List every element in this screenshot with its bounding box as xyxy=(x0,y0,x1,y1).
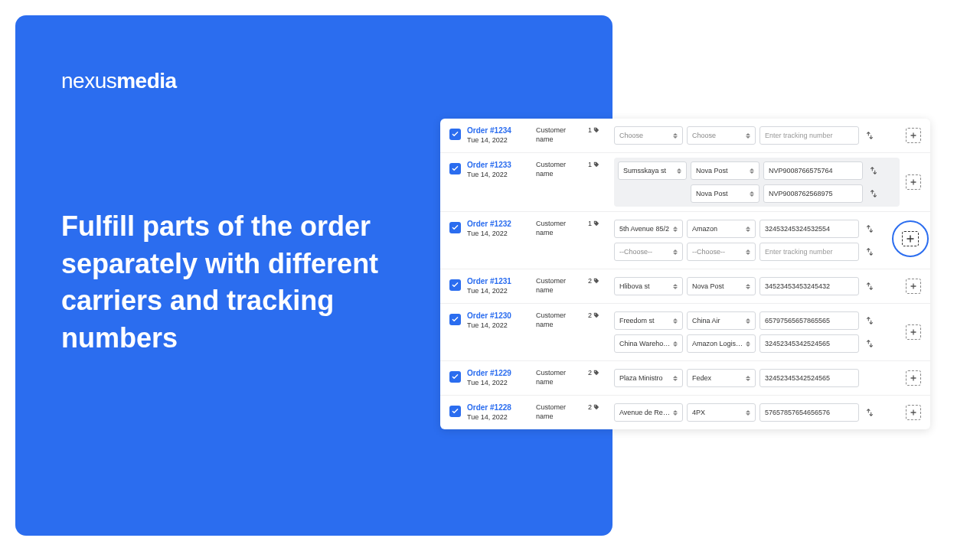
swap-icon[interactable] xyxy=(863,403,877,422)
quantity-badge: 2 xyxy=(588,403,608,411)
shipment-line: Choose Choose Enter tracking number xyxy=(614,126,900,145)
shipments-container: 5th Avenue 85/2 Amazon 32453245324532554… xyxy=(614,220,900,261)
add-shipment-callout xyxy=(892,220,929,257)
address-select[interactable]: Sumsskaya st xyxy=(618,161,687,180)
order-column: Order #1229 Tue 14, 2022 xyxy=(467,369,530,386)
row-checkbox[interactable] xyxy=(449,406,461,417)
tracking-input[interactable]: 32452345342524565 xyxy=(760,369,859,387)
swap-icon[interactable] xyxy=(863,277,877,295)
carrier-select[interactable]: China Air xyxy=(687,311,756,330)
order-date: Tue 14, 2022 xyxy=(467,321,530,329)
tracking-input[interactable]: 34523453453245432 xyxy=(760,277,859,295)
table-row: Order #1234 Tue 14, 2022 Customername 1 … xyxy=(440,119,930,153)
carrier-select[interactable]: Nova Post xyxy=(691,161,760,180)
order-date: Tue 14, 2022 xyxy=(467,287,530,295)
add-shipment-button[interactable] xyxy=(906,405,921,420)
swap-icon[interactable] xyxy=(863,243,877,261)
svg-point-4 xyxy=(595,314,596,315)
swap-icon[interactable] xyxy=(863,311,877,330)
address-select[interactable]: Hlibova st xyxy=(614,277,683,295)
order-id-link[interactable]: Order #1231 xyxy=(467,277,530,285)
shipment-line: Nova Post NVP9008762568975 xyxy=(618,184,896,203)
table-row: Order #1228 Tue 14, 2022 Customername 2 … xyxy=(440,396,930,429)
order-date: Tue 14, 2022 xyxy=(467,171,530,178)
add-shipment-button[interactable] xyxy=(906,370,921,386)
address-select[interactable]: China Warehouse xyxy=(614,334,683,353)
row-checkbox[interactable] xyxy=(449,371,461,383)
address-select[interactable]: Avenue de Rena.. xyxy=(614,403,683,422)
shipments-container: Freedom st China Air 65797565657865565 C… xyxy=(614,311,900,353)
svg-point-2 xyxy=(595,222,596,223)
tracking-input[interactable]: 57657857654656576 xyxy=(760,403,859,422)
shipments-container: Choose Choose Enter tracking number xyxy=(614,126,900,145)
carrier-select[interactable]: Amazon xyxy=(687,220,756,238)
tracking-input[interactable]: 65797565657865565 xyxy=(760,311,859,330)
row-checkbox[interactable] xyxy=(449,129,461,140)
order-date: Tue 14, 2022 xyxy=(467,379,530,386)
shipments-container: Sumsskaya st Nova Post NVP9008766575764 … xyxy=(614,158,900,207)
add-shipment-button[interactable] xyxy=(906,174,921,190)
tracking-input[interactable]: NVP9008762568975 xyxy=(763,184,863,203)
add-shipment-button[interactable] xyxy=(906,324,921,340)
table-row: Order #1229 Tue 14, 2022 Customername 2 … xyxy=(440,361,930,396)
order-id-link[interactable]: Order #1228 xyxy=(467,403,530,412)
order-id-link[interactable]: Order #1229 xyxy=(467,369,530,377)
address-select[interactable]: --Choose-- xyxy=(614,243,683,261)
row-checkbox[interactable] xyxy=(449,314,461,325)
add-shipment-button[interactable] xyxy=(906,279,921,294)
svg-point-3 xyxy=(595,279,596,280)
order-id-link[interactable]: Order #1233 xyxy=(467,161,530,169)
order-id-link[interactable]: Order #1230 xyxy=(467,311,530,320)
shipment-line: 5th Avenue 85/2 Amazon 32453245324532554 xyxy=(614,220,900,238)
address-select[interactable]: Freedom st xyxy=(614,311,683,330)
carrier-select[interactable]: Fedex xyxy=(687,369,756,387)
carrier-select[interactable]: Amazon Logistics xyxy=(687,334,756,353)
tracking-input[interactable]: NVP9008766575764 xyxy=(763,161,863,180)
tracking-input[interactable]: 32453245324532554 xyxy=(760,220,859,238)
order-column: Order #1228 Tue 14, 2022 xyxy=(467,403,530,421)
quantity-badge: 1 xyxy=(588,161,608,168)
order-column: Order #1234 Tue 14, 2022 xyxy=(467,126,530,144)
order-column: Order #1232 Tue 14, 2022 xyxy=(467,220,530,237)
carrier-select[interactable]: Nova Post xyxy=(687,277,756,295)
order-column: Order #1230 Tue 14, 2022 xyxy=(467,311,530,329)
row-checkbox[interactable] xyxy=(449,222,461,233)
swap-icon[interactable] xyxy=(867,161,880,180)
order-date: Tue 14, 2022 xyxy=(467,136,530,144)
quantity-badge: 1 xyxy=(588,220,608,227)
tracking-input[interactable]: Enter tracking number xyxy=(760,126,859,145)
customer-name: Customername xyxy=(536,126,582,144)
shipments-container: Hlibova st Nova Post 34523453453245432 xyxy=(614,277,900,295)
svg-point-6 xyxy=(595,406,596,406)
shipment-line: Plaza Ministro Fedex 32452345342524565 xyxy=(614,369,900,387)
shipment-line: Avenue de Rena.. 4PX 57657857654656576 xyxy=(614,403,900,422)
table-row: Order #1233 Tue 14, 2022 Customername 1 … xyxy=(440,153,930,212)
order-date: Tue 14, 2022 xyxy=(467,413,530,421)
table-row: Order #1230 Tue 14, 2022 Customername 2 … xyxy=(440,304,930,361)
carrier-select[interactable]: Nova Post xyxy=(691,184,760,203)
carrier-select[interactable]: Choose xyxy=(687,126,756,145)
swap-icon[interactable] xyxy=(863,126,877,145)
customer-name: Customername xyxy=(536,369,582,386)
tracking-input[interactable]: 32452345342524565 xyxy=(760,334,859,353)
address-select[interactable]: Plaza Ministro xyxy=(614,369,683,387)
table-row: Order #1232 Tue 14, 2022 Customername 1 … xyxy=(440,212,930,269)
carrier-select[interactable]: --Choose-- xyxy=(687,243,756,261)
table-row: Order #1231 Tue 14, 2022 Customername 2 … xyxy=(440,269,930,304)
address-select[interactable]: Choose xyxy=(614,126,683,145)
add-shipment-button[interactable] xyxy=(906,128,921,143)
customer-name: Customername xyxy=(536,311,582,329)
order-id-link[interactable]: Order #1232 xyxy=(467,220,530,228)
carrier-select[interactable]: 4PX xyxy=(687,403,756,422)
shipment-line: Hlibova st Nova Post 34523453453245432 xyxy=(614,277,900,295)
row-checkbox[interactable] xyxy=(449,163,461,174)
swap-icon[interactable] xyxy=(863,334,877,353)
swap-icon[interactable] xyxy=(863,220,877,238)
tracking-input[interactable]: Enter tracking number xyxy=(760,243,859,261)
row-checkbox[interactable] xyxy=(449,279,461,291)
address-select[interactable]: 5th Avenue 85/2 xyxy=(614,220,683,238)
order-column: Order #1231 Tue 14, 2022 xyxy=(467,277,530,295)
swap-icon[interactable] xyxy=(867,184,880,203)
order-id-link[interactable]: Order #1234 xyxy=(467,126,530,135)
order-column: Order #1233 Tue 14, 2022 xyxy=(467,161,530,178)
